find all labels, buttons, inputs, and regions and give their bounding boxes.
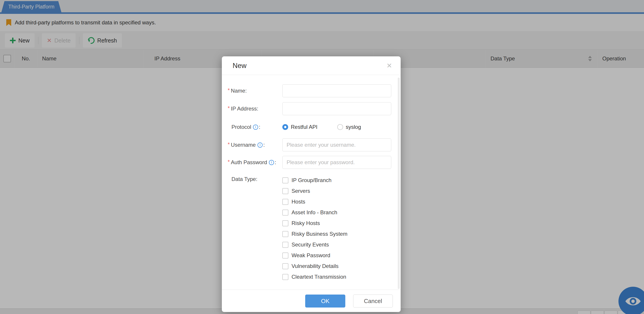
auth-password-input[interactable]: [282, 156, 391, 169]
username-field-label: * Username i :: [228, 139, 281, 152]
ip-address-input[interactable]: [282, 102, 391, 115]
info-icon[interactable]: i: [258, 143, 262, 148]
checkbox-weak-password[interactable]: Weak Password: [282, 250, 391, 261]
checkbox-ip-group-branch[interactable]: IP Group/Branch: [282, 175, 391, 186]
cancel-button[interactable]: Cancel: [353, 295, 393, 308]
checkbox-icon: [282, 210, 288, 216]
checkbox-cleartext-transmission[interactable]: Cleartext Transmission: [282, 272, 391, 282]
app-screen: Third-Party Platform Add third-party pla…: [0, 0, 644, 314]
data-type-field-label: Data Type:: [228, 174, 285, 184]
checkbox-icon: [282, 220, 288, 226]
protocol-radio-restful-api[interactable]: Restful API: [282, 121, 318, 134]
checkbox-servers[interactable]: Servers: [282, 186, 391, 196]
required-marker: *: [228, 159, 230, 165]
data-type-checkbox-list: IP Group/Branch Servers Hosts Asset Info…: [282, 175, 391, 282]
protocol-field-label: Protocol i :: [228, 121, 285, 134]
protocol-radio-syslog[interactable]: syslog: [337, 121, 361, 134]
checkbox-icon: [282, 231, 288, 237]
footer-divider: [222, 290, 401, 290]
checkbox-icon: [282, 199, 288, 205]
radio-selected-icon: [282, 124, 288, 130]
info-icon[interactable]: i: [269, 160, 274, 165]
username-input[interactable]: [282, 139, 391, 152]
close-icon[interactable]: ✕: [385, 56, 394, 75]
ok-button[interactable]: OK: [305, 295, 345, 308]
checkbox-asset-info-branch[interactable]: Asset Info - Branch: [282, 207, 391, 218]
dialog-header: New ✕: [222, 56, 401, 75]
new-platform-dialog: New ✕ * Name: * IP Address: Protocol i :…: [222, 56, 401, 312]
checkbox-icon: [282, 274, 288, 280]
info-icon[interactable]: i: [253, 125, 258, 130]
name-input[interactable]: [282, 84, 391, 97]
required-marker: *: [228, 87, 230, 94]
checkbox-icon: [282, 253, 288, 259]
checkbox-icon: [282, 263, 288, 269]
name-field-label: * Name:: [228, 84, 281, 97]
dialog-title: New: [232, 56, 246, 75]
auth-password-field-label: * Auth Password i :: [228, 156, 281, 169]
checkbox-icon: [282, 188, 288, 194]
required-marker: *: [228, 141, 230, 148]
checkbox-icon: [282, 242, 288, 248]
checkbox-hosts[interactable]: Hosts: [282, 196, 391, 207]
modal-scrollbar[interactable]: [398, 78, 400, 289]
checkbox-security-events[interactable]: Security Events: [282, 239, 391, 250]
checkbox-vulnerability-details[interactable]: Vulnerability Details: [282, 261, 391, 272]
checkbox-icon: [282, 177, 288, 183]
ip-address-field-label: * IP Address:: [228, 102, 281, 115]
required-marker: *: [228, 105, 230, 111]
radio-unselected-icon: [337, 124, 343, 130]
checkbox-risky-business-system[interactable]: Risky Business System: [282, 229, 391, 239]
checkbox-risky-hosts[interactable]: Risky Hosts: [282, 218, 391, 229]
